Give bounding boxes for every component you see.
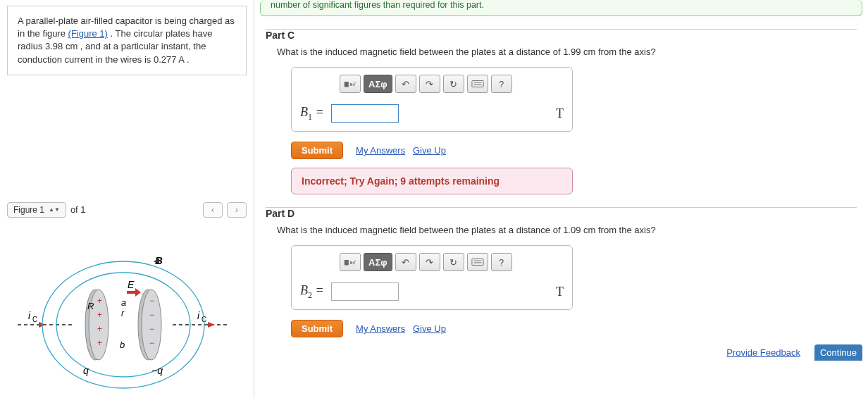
keyboard-button[interactable] bbox=[467, 75, 488, 93]
svg-marker-3 bbox=[208, 322, 215, 328]
svg-text:r: r bbox=[121, 309, 125, 318]
svg-text:q: q bbox=[83, 365, 89, 376]
svg-text:+: + bbox=[97, 296, 102, 306]
part-d-answer-box: x√ ΑΣφ ↶ ↷ ↻ ? B2 = T bbox=[291, 245, 573, 310]
svg-rect-34 bbox=[471, 81, 483, 87]
figure-selector-label: Figure 1 bbox=[13, 205, 44, 215]
redo-button[interactable]: ↷ bbox=[419, 75, 440, 93]
part-c-header: Part C bbox=[266, 30, 857, 41]
part-d-question: What is the induced magnetic field betwe… bbox=[277, 225, 857, 235]
redo-button[interactable]: ↷ bbox=[419, 253, 440, 271]
part-c-answer-box: x√ ΑΣφ ↶ ↷ ↻ ? B1 = T bbox=[291, 67, 573, 132]
svg-rect-37 bbox=[345, 260, 349, 266]
svg-text:+: + bbox=[97, 324, 102, 334]
part-c-my-answers-link[interactable]: My Answers bbox=[356, 145, 405, 156]
part-c-variable: B1 = bbox=[300, 105, 324, 123]
part-c-feedback: Incorrect; Try Again; 9 attempts remaini… bbox=[291, 168, 573, 194]
part-d-submit-button[interactable]: Submit bbox=[291, 320, 343, 337]
svg-rect-32 bbox=[345, 82, 349, 87]
figure-selector[interactable]: Figure 1 ▲▼ bbox=[7, 202, 66, 218]
greek-button[interactable]: ΑΣφ bbox=[364, 253, 392, 271]
sigfig-note: number of significant figures than requi… bbox=[260, 0, 862, 16]
provide-feedback-link[interactable]: Provide Feedback bbox=[726, 347, 800, 358]
undo-button[interactable]: ↶ bbox=[395, 75, 416, 93]
part-c-give-up-link[interactable]: Give Up bbox=[413, 145, 446, 156]
svg-text:−: − bbox=[149, 324, 154, 334]
part-c-question: What is the induced magnetic field betwe… bbox=[277, 46, 857, 57]
svg-text:E: E bbox=[128, 279, 135, 290]
reset-button[interactable]: ↻ bbox=[443, 75, 464, 93]
greek-button[interactable]: ΑΣφ bbox=[364, 75, 392, 93]
problem-statement: A parallel-plate air-filled capacitor is… bbox=[7, 6, 247, 75]
svg-rect-39 bbox=[471, 259, 483, 266]
part-d-unit: T bbox=[556, 285, 564, 299]
svg-text:+: + bbox=[97, 310, 102, 320]
part-c-input[interactable] bbox=[331, 104, 399, 123]
svg-text:i: i bbox=[197, 310, 200, 321]
templates-button[interactable]: x√ bbox=[340, 75, 361, 93]
svg-text:x√: x√ bbox=[349, 259, 356, 266]
figure-link[interactable]: (Figure 1) bbox=[68, 28, 108, 39]
part-d-header: Part D bbox=[266, 208, 857, 219]
figure-image: iC iC + + + + − − − − bbox=[7, 226, 240, 398]
continue-button[interactable]: Continue bbox=[814, 344, 862, 361]
svg-text:i: i bbox=[28, 310, 31, 321]
svg-text:a: a bbox=[121, 297, 126, 308]
undo-button[interactable]: ↶ bbox=[395, 253, 416, 271]
part-d-variable: B2 = bbox=[300, 283, 324, 301]
reset-button[interactable]: ↻ bbox=[443, 253, 464, 271]
svg-text:x√: x√ bbox=[349, 81, 356, 87]
part-d-input[interactable] bbox=[331, 282, 399, 301]
part-c-unit: T bbox=[556, 106, 564, 121]
svg-text:+: + bbox=[97, 338, 102, 348]
svg-point-9 bbox=[56, 273, 190, 377]
figure-prev-button[interactable]: ‹ bbox=[203, 202, 223, 218]
svg-text:−: − bbox=[149, 296, 154, 306]
help-button[interactable]: ? bbox=[491, 75, 512, 93]
help-button[interactable]: ? bbox=[491, 253, 512, 271]
part-d-my-answers-link[interactable]: My Answers bbox=[356, 323, 405, 334]
figure-next-button[interactable]: › bbox=[227, 202, 247, 218]
svg-text:−: − bbox=[149, 310, 154, 320]
svg-text:b: b bbox=[120, 340, 125, 350]
svg-text:R: R bbox=[87, 301, 94, 311]
svg-text:−q: −q bbox=[151, 365, 163, 376]
templates-button[interactable]: x√ bbox=[340, 253, 361, 271]
stepper-icon: ▲▼ bbox=[49, 207, 60, 212]
svg-text:C: C bbox=[32, 316, 37, 323]
part-c-submit-button[interactable]: Submit bbox=[291, 142, 343, 159]
svg-text:−: − bbox=[149, 338, 154, 348]
part-d-give-up-link[interactable]: Give Up bbox=[413, 323, 446, 334]
keyboard-button[interactable] bbox=[467, 253, 488, 271]
figure-of-label: of 1 bbox=[70, 204, 86, 215]
